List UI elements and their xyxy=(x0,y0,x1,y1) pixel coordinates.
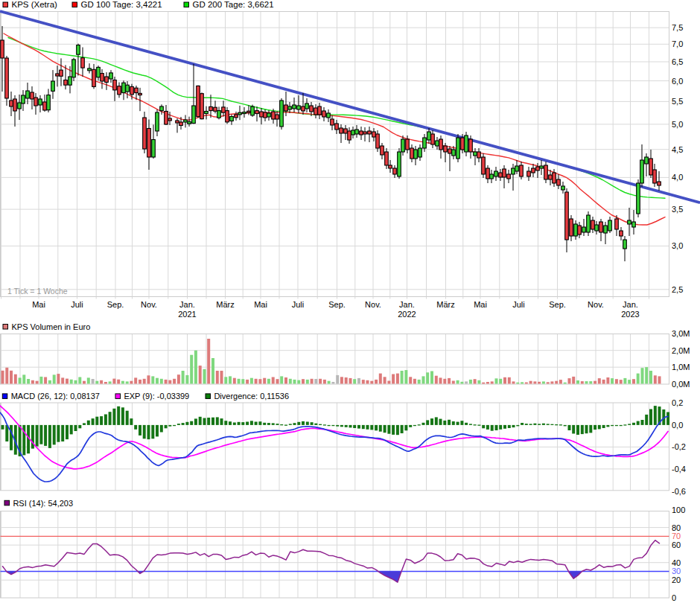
svg-text:März: März xyxy=(216,300,234,309)
svg-text:Sep.: Sep. xyxy=(328,300,346,309)
svg-text:KPS (Xetra): KPS (Xetra) xyxy=(12,0,58,9)
svg-text:7,0: 7,0 xyxy=(672,39,683,48)
svg-text:Nov.: Nov. xyxy=(365,300,381,309)
svg-text:Sep.: Sep. xyxy=(549,300,566,309)
svg-text:1,0M: 1,0M xyxy=(672,363,690,371)
svg-text:EXP (9): -0,03399: EXP (9): -0,03399 xyxy=(124,392,189,401)
svg-text:80: 80 xyxy=(672,523,681,532)
svg-text:0: 0 xyxy=(672,593,676,602)
svg-text:RSI (14): 54,203: RSI (14): 54,203 xyxy=(13,499,73,508)
svg-text:Sep.: Sep. xyxy=(107,300,124,309)
svg-text:5,5: 5,5 xyxy=(672,97,683,106)
svg-text:0,2: 0,2 xyxy=(672,398,683,407)
svg-text:4,0: 4,0 xyxy=(672,173,683,182)
svg-text:-0,4: -0,4 xyxy=(672,465,686,473)
svg-text:20: 20 xyxy=(672,575,681,584)
svg-text:2,5: 2,5 xyxy=(672,285,683,294)
svg-text:Nov.: Nov. xyxy=(141,300,157,309)
svg-text:Mai: Mai xyxy=(474,300,487,309)
svg-text:1 Tick = 1 Woche: 1 Tick = 1 Woche xyxy=(7,287,68,296)
svg-text:-0,2: -0,2 xyxy=(672,442,686,451)
svg-text:2023: 2023 xyxy=(621,310,639,319)
svg-text:GD 100 Tage: 3,4221: GD 100 Tage: 3,4221 xyxy=(81,0,162,9)
svg-text:Jan.: Jan. xyxy=(623,300,638,309)
svg-text:GD 200 Tage: 3,6621: GD 200 Tage: 3,6621 xyxy=(193,0,274,9)
svg-text:3,0: 3,0 xyxy=(672,241,683,250)
svg-text:5,0: 5,0 xyxy=(672,120,683,129)
svg-text:60: 60 xyxy=(672,540,681,549)
svg-text:3,5: 3,5 xyxy=(672,205,683,214)
svg-text:0,0M: 0,0M xyxy=(672,380,690,389)
svg-text:Juli: Juli xyxy=(71,300,83,309)
svg-text:Jan.: Jan. xyxy=(179,300,195,309)
svg-text:2,0M: 2,0M xyxy=(672,346,690,355)
svg-text:70: 70 xyxy=(672,532,681,540)
svg-text:2021: 2021 xyxy=(178,310,196,319)
svg-text:0,0: 0,0 xyxy=(672,421,683,430)
svg-text:3,0M: 3,0M xyxy=(672,329,690,338)
svg-text:Juli: Juli xyxy=(292,300,305,309)
svg-text:MACD (26, 12): 0,08137: MACD (26, 12): 0,08137 xyxy=(11,392,100,401)
svg-text:6,0: 6,0 xyxy=(672,77,683,86)
svg-text:30: 30 xyxy=(672,567,681,575)
svg-text:Mai: Mai xyxy=(32,300,45,309)
svg-text:Juli: Juli xyxy=(512,300,525,309)
svg-text:Mai: Mai xyxy=(254,300,267,309)
svg-text:4,5: 4,5 xyxy=(672,145,683,154)
svg-text:100: 100 xyxy=(672,505,685,514)
svg-text:7,5: 7,5 xyxy=(672,23,683,32)
svg-text:Nov.: Nov. xyxy=(588,300,604,309)
svg-text:6,5: 6,5 xyxy=(672,57,683,66)
svg-text:Divergence: 0,11536: Divergence: 0,11536 xyxy=(214,392,289,401)
svg-text:-0,6: -0,6 xyxy=(672,487,686,496)
svg-text:KPS Volumen in Euro: KPS Volumen in Euro xyxy=(12,322,91,331)
svg-text:40: 40 xyxy=(672,558,681,567)
svg-text:2022: 2022 xyxy=(398,310,416,319)
svg-text:Jan.: Jan. xyxy=(399,300,415,309)
svg-text:März: März xyxy=(436,300,454,309)
